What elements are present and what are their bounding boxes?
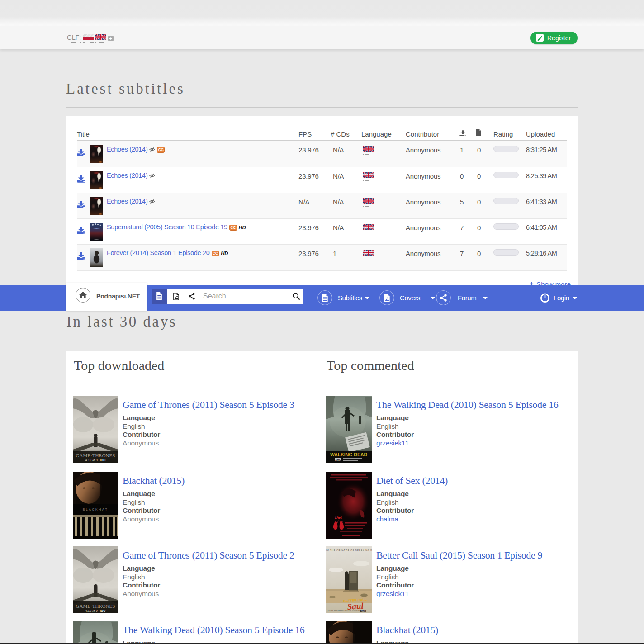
- svg-text:FROM THE CREATOR OF BREAKING B: FROM THE CREATOR OF BREAKING BAD: [326, 549, 372, 552]
- svg-text:Diet: Diet: [334, 515, 342, 520]
- svg-text:AMC: AMC: [335, 459, 341, 461]
- svg-text:4.12 AT 9 HBO: 4.12 AT 9 HBO: [85, 609, 106, 612]
- svg-text:GAME·THRONES: GAME·THRONES: [76, 603, 115, 609]
- svg-text:WALKING DEAD: WALKING DEAD: [330, 452, 368, 457]
- svg-text:A 2015 PREMIERE IT’S ALL GOOD: A 2015 PREMIERE IT’S ALL GOOD MAN: [327, 610, 362, 612]
- svg-text:GAME·THRONES: GAME·THRONES: [76, 453, 115, 458]
- svg-text:AMC: AMC: [361, 610, 366, 612]
- svg-text:BLACKHAT: BLACKHAT: [83, 508, 108, 511]
- svg-text:4.12 AT 9 HBO: 4.12 AT 9 HBO: [85, 459, 106, 462]
- svg-text:of Sex: of Sex: [336, 520, 344, 523]
